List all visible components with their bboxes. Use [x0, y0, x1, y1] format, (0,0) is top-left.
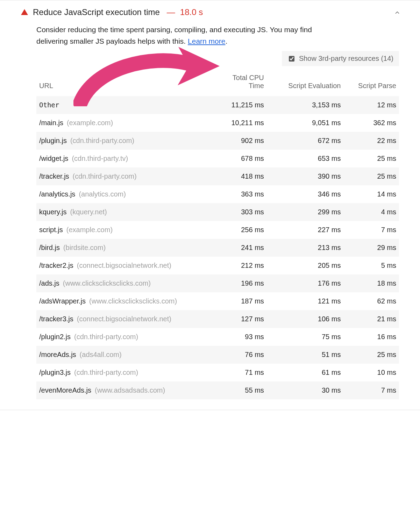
table-row: /moreAds.js(ads4all.com)76 ms51 ms25 ms [36, 346, 399, 364]
cell-url[interactable]: /moreAds.js(ads4all.com) [36, 346, 207, 364]
col-url[interactable]: URL [36, 68, 207, 96]
cell-cpu: 55 ms [207, 381, 267, 399]
cell-eval: 346 ms [267, 185, 344, 203]
url-host: (kquery.net) [70, 208, 107, 216]
url-host: (cdn.third-party.com) [70, 137, 134, 144]
table-row: /plugin.js(cdn.third-party.com)902 ms672… [36, 132, 399, 150]
url-host: (example.com) [67, 119, 113, 127]
desc-text: Consider reducing the time spent parsing… [36, 26, 312, 45]
cell-url[interactable]: /widget.js(cdn.third-party.tv) [36, 150, 207, 167]
cell-url[interactable]: /main.js(example.com) [36, 114, 207, 132]
cell-eval: 213 ms [267, 239, 344, 257]
third-party-label: Show 3rd-party resources (14) [299, 55, 393, 63]
learn-more-link[interactable]: Learn more [188, 37, 225, 45]
url-host: (birdsite.com) [63, 244, 106, 251]
url-path: /tracker3.js [39, 315, 73, 323]
table-row: /adsWrapper.js(www.clicksclicksclicks.co… [36, 292, 399, 310]
cell-eval: 51 ms [267, 346, 344, 364]
col-cpu-l2: Time [249, 82, 264, 90]
cell-url[interactable]: /evenMoreAds.js(www.adsadsads.com) [36, 381, 207, 399]
cell-parse: 25 ms [343, 167, 399, 185]
url-path: /plugin3.js [39, 369, 71, 376]
cell-eval: 121 ms [267, 292, 344, 310]
audit-body: Consider reducing the time spent parsing… [0, 21, 420, 399]
col-parse[interactable]: Script Parse [343, 68, 399, 96]
cell-eval: 30 ms [267, 381, 344, 399]
cell-parse: 12 ms [343, 96, 399, 114]
cell-cpu: 127 ms [207, 310, 267, 328]
cell-eval: 75 ms [267, 328, 344, 346]
cell-cpu: 363 ms [207, 185, 267, 203]
cell-parse: 7 ms [343, 381, 399, 399]
url-path: kquery.js [39, 208, 67, 216]
cell-url[interactable]: /analytics.js(analytics.com) [36, 185, 207, 203]
table-row: script.js(example.com)256 ms227 ms7 ms [36, 221, 399, 239]
url-path: /analytics.js [39, 190, 75, 198]
cell-parse: 25 ms [343, 150, 399, 167]
cell-url[interactable]: /plugin.js(cdn.third-party.com) [36, 132, 207, 150]
url-path: /adsWrapper.js [39, 297, 86, 305]
third-party-toggle[interactable]: Show 3rd-party resources (14) [282, 51, 399, 66]
cell-url[interactable]: Other [36, 96, 207, 114]
url-path: script.js [39, 226, 63, 234]
cell-url[interactable]: /tracker2.js(connect.bigsocialnetwork.ne… [36, 257, 207, 274]
col-eval[interactable]: Script Evaluation [267, 68, 344, 96]
cell-url[interactable]: /tracker3.js(connect.bigsocialnetwork.ne… [36, 310, 207, 328]
cell-cpu: 212 ms [207, 257, 267, 274]
table-header-row: URL Total CPU Time Script Evaluation Scr… [36, 68, 399, 96]
cell-url[interactable]: /plugin3.js(cdn.third-party.com) [36, 364, 207, 381]
url-host: (www.clicksclicksclicks.com) [89, 297, 177, 305]
cell-url[interactable]: script.js(example.com) [36, 221, 207, 239]
table-row: Other11,215 ms3,153 ms12 ms [36, 96, 399, 114]
cell-parse: 25 ms [343, 346, 399, 364]
cell-cpu: 10,211 ms [207, 114, 267, 132]
table-row: /evenMoreAds.js(www.adsadsads.com)55 ms3… [36, 381, 399, 399]
cell-parse: 62 ms [343, 292, 399, 310]
third-party-checkbox[interactable] [289, 56, 294, 62]
cell-url[interactable]: /bird.js(birdsite.com) [36, 239, 207, 257]
cell-parse: 5 ms [343, 257, 399, 274]
col-cpu[interactable]: Total CPU Time [207, 68, 267, 96]
table-row: /tracker2.js(connect.bigsocialnetwork.ne… [36, 257, 399, 274]
cell-parse: 29 ms [343, 239, 399, 257]
audit-reduce-js: Reduce JavaScript execution time — 18.0 … [0, 0, 420, 410]
cell-cpu: 678 ms [207, 150, 267, 167]
url-path: /widget.js [39, 155, 68, 162]
cell-cpu: 902 ms [207, 132, 267, 150]
cell-eval: 61 ms [267, 364, 344, 381]
audit-title: Reduce JavaScript execution time [33, 7, 160, 17]
url-path: /ads.js [39, 279, 59, 287]
cell-cpu: 76 ms [207, 346, 267, 364]
cell-parse: 4 ms [343, 203, 399, 221]
url-path: /moreAds.js [39, 351, 76, 358]
cell-eval: 390 ms [267, 167, 344, 185]
cell-cpu: 303 ms [207, 203, 267, 221]
url-host: (example.com) [66, 226, 113, 234]
cell-url[interactable]: kquery.js(kquery.net) [36, 203, 207, 221]
url-host: (cdn.third-party.com) [73, 172, 137, 180]
audit-header[interactable]: Reduce JavaScript execution time — 18.0 … [0, 0, 420, 21]
cell-eval: 672 ms [267, 132, 344, 150]
cell-url[interactable]: /adsWrapper.js(www.clicksclicksclicks.co… [36, 292, 207, 310]
url-host: (cdn.third-party.tv) [72, 155, 128, 162]
col-cpu-l1: Total CPU [233, 74, 264, 81]
js-exec-table: URL Total CPU Time Script Evaluation Scr… [36, 68, 399, 399]
cell-url[interactable]: /ads.js(www.clicksclicksclicks.com) [36, 274, 207, 292]
cell-cpu: 93 ms [207, 328, 267, 346]
chevron-up-icon[interactable] [394, 9, 399, 14]
table-row: /bird.js(birdsite.com)241 ms213 ms29 ms [36, 239, 399, 257]
cell-eval: 106 ms [267, 310, 344, 328]
table-row: /analytics.js(analytics.com)363 ms346 ms… [36, 185, 399, 203]
third-party-toggle-row: Show 3rd-party resources (14) [36, 51, 399, 66]
cell-url[interactable]: /tracker.js(cdn.third-party.com) [36, 167, 207, 185]
cell-cpu: 196 ms [207, 274, 267, 292]
cell-parse: 14 ms [343, 185, 399, 203]
url-host: (cdn.third-party.com) [74, 333, 138, 341]
cell-parse: 362 ms [343, 114, 399, 132]
cell-cpu: 418 ms [207, 167, 267, 185]
url-host: (www.clicksclicksclicks.com) [63, 279, 151, 287]
cell-url[interactable]: /plugin2.js(cdn.third-party.com) [36, 328, 207, 346]
table-row: /tracker3.js(connect.bigsocialnetwork.ne… [36, 310, 399, 328]
cell-eval: 205 ms [267, 257, 344, 274]
cell-parse: 22 ms [343, 132, 399, 150]
